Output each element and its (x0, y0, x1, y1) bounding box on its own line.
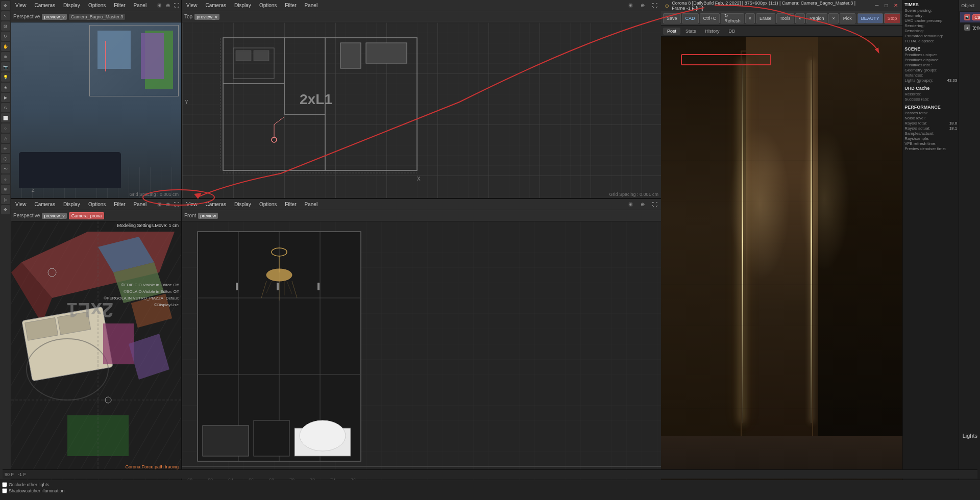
stop-btn[interactable]: Stop (884, 13, 901, 23)
menu-tr-panel[interactable]: Panel (303, 2, 320, 9)
menu-tr-cameras[interactable]: Cameras (204, 2, 229, 9)
ctrlc-btn[interactable]: Ctrl+C (700, 13, 720, 23)
erase-btn[interactable]: Erase (756, 13, 775, 23)
menu-filter[interactable]: Filter (112, 2, 127, 9)
vp-tl-tag[interactable]: preview_v (42, 14, 67, 20)
toolbar-scale[interactable]: ⊡ (1, 21, 10, 31)
menu-tr-view[interactable]: View (184, 2, 200, 9)
tab-post[interactable]: Post (663, 28, 680, 35)
toolbar-rotate[interactable]: ↻ (1, 32, 10, 41)
vp-tr-tag[interactable]: preview_v (194, 14, 219, 20)
menu-cameras[interactable]: Cameras (33, 2, 58, 9)
vp-tr-icon2[interactable]: ⊕ (639, 2, 647, 10)
vp-bl-content: 2xL1 Modeling Settings.Move: 1 cm ©EDIFI… (11, 221, 181, 490)
menu-br-cameras[interactable]: Cameras (204, 201, 229, 208)
stats-scene: SCENE Primitives unique: Primitives disp… (904, 46, 957, 83)
shadowcatcher-row[interactable]: Shadowcatcher illumination (2, 488, 978, 493)
shadowcatcher-checkbox[interactable] (2, 488, 7, 493)
toolbar-camera[interactable]: 📷 (1, 62, 10, 71)
menu-display[interactable]: Display (61, 2, 82, 9)
menu-panel[interactable]: Panel (132, 2, 149, 9)
menu-br-panel[interactable]: Panel (303, 201, 320, 208)
vp-tr-header: Top preview_v (182, 11, 661, 22)
render-glow-left (729, 128, 790, 281)
menu-br-filter[interactable]: Filter (283, 201, 298, 208)
menu-br-options[interactable]: Options (257, 201, 279, 208)
minimize-btn[interactable]: ─ (873, 2, 880, 10)
vp-icon-2[interactable]: ⊕ (165, 2, 170, 10)
beauty-btn[interactable]: BEAUTY (857, 13, 883, 23)
vp-br-icon1[interactable]: ⊞ (626, 201, 634, 209)
vp-bl-icon2[interactable]: ⊕ (165, 201, 170, 209)
menu-options[interactable]: Options (86, 2, 108, 9)
toolbar-select[interactable]: ↖ (1, 11, 10, 20)
scene-item-camera[interactable]: 📷 Camera_prova (960, 12, 980, 22)
region-btn[interactable]: Region (806, 13, 828, 23)
menu-br-display[interactable]: Display (232, 201, 253, 208)
vp-bl-tag[interactable]: preview_v (42, 213, 67, 219)
toolbar-light[interactable]: 💡 (1, 72, 10, 82)
scene-item-tenda[interactable]: ▲ tenda.8 (960, 22, 980, 33)
vp-tr-icon1[interactable]: ⊞ (626, 2, 634, 10)
tab-db[interactable]: DB (725, 28, 740, 35)
toolbar-s4[interactable]: △ (1, 134, 10, 143)
stats-label-vfb: VFB refresh time: (904, 141, 936, 146)
right-area: ☺ Corona 8 [DailyBuild Feb. 2 2022] | 87… (661, 0, 980, 500)
vp-bl-icon3[interactable]: ⛶ (174, 201, 179, 209)
tab-stats[interactable]: Stats (681, 28, 700, 35)
vp-tl-cameratag[interactable]: Camera_Bagno_Master.3 (69, 14, 126, 20)
vp-br-icon3[interactable]: ⛶ (651, 201, 659, 209)
vp-icon-1[interactable]: ⊞ (157, 2, 161, 10)
menu-tr-display[interactable]: Display (232, 2, 253, 9)
close-btn[interactable]: ✕ (892, 2, 900, 10)
toolbar-pen[interactable]: ✏ (1, 144, 10, 153)
menu-br-view[interactable]: View (184, 201, 200, 208)
save-btn[interactable]: Save (663, 13, 681, 23)
toolbar-node[interactable]: ⬡ (1, 154, 10, 163)
menu-bl-display[interactable]: Display (61, 201, 82, 208)
svg-rect-10 (340, 43, 361, 68)
vp-br-icon2[interactable]: ⊕ (639, 201, 647, 209)
toolbar-render[interactable]: ▶ (1, 93, 10, 102)
vp-tr-icon3[interactable]: ⛶ (651, 2, 659, 10)
maximize-btn[interactable]: □ (883, 2, 890, 10)
cad-btn[interactable]: CAD (682, 13, 699, 23)
toolbar-rig[interactable]: ✤ (1, 205, 10, 214)
region-x-btn[interactable]: × (828, 13, 838, 23)
toolbar-move[interactable]: ✥ (1, 1, 10, 10)
menu-bl-cameras[interactable]: Cameras (33, 201, 58, 208)
vp-bl-icon1[interactable]: ⊞ (157, 201, 161, 209)
svg-rect-8 (236, 51, 251, 61)
stats-sidebar: TIMES Scene parsing: Geometry: UHD cache… (902, 0, 959, 500)
vp-icon-3[interactable]: ⛶ (174, 2, 179, 10)
vp-br-tag[interactable]: preview (198, 213, 218, 219)
menu-bl-filter[interactable]: Filter (112, 201, 127, 208)
toolbar-s1[interactable]: S (1, 103, 10, 112)
occlude-checkbox[interactable] (2, 482, 7, 487)
occlude-row[interactable]: Occlude other lights (2, 482, 978, 487)
vp-bl-camera[interactable]: Camera_prova (69, 212, 105, 219)
vp-bl-modeling-text: Modeling Settings.Move: 1 cm (117, 223, 179, 228)
menu-tr-options[interactable]: Options (257, 2, 279, 9)
vp-tr-svg: 2xL1 Y X (182, 22, 661, 198)
toolbar-material[interactable]: ◈ (1, 83, 10, 92)
toolbar-sim[interactable]: ≋ (1, 185, 10, 194)
menu-bl-options[interactable]: Options (86, 201, 108, 208)
toolbar-spline[interactable]: 〜 (1, 164, 10, 173)
pick-btn[interactable]: Pick (840, 13, 855, 23)
erase-x-btn[interactable]: × (745, 13, 755, 23)
tools-x-btn[interactable]: × (795, 13, 805, 23)
refresh-btn[interactable]: ↻ Refresh (721, 13, 744, 23)
tab-history[interactable]: History (701, 28, 724, 35)
toolbar-pan[interactable]: ✋ (1, 42, 10, 51)
menu-tr-filter[interactable]: Filter (283, 2, 298, 9)
toolbar-zoom[interactable]: ⊕ (1, 52, 10, 61)
tools-btn[interactable]: Tools (776, 13, 794, 23)
toolbar-deform[interactable]: ⟐ (1, 174, 10, 184)
toolbar-anim[interactable]: ▷ (1, 195, 10, 204)
toolbar-s3[interactable]: ○ (1, 123, 10, 133)
toolbar-s2[interactable]: ⬜ (1, 113, 10, 122)
menu-bl-view[interactable]: View (13, 201, 29, 208)
menu-bl-panel[interactable]: Panel (132, 201, 149, 208)
menu-view[interactable]: View (13, 2, 29, 9)
